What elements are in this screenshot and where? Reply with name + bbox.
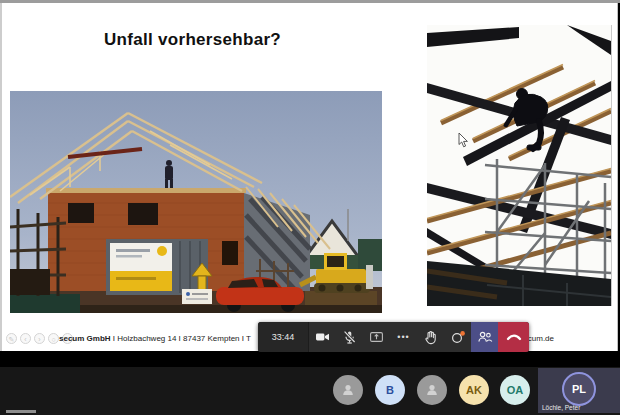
camera-button[interactable] — [309, 322, 336, 352]
footer-company: secum GmbH — [59, 334, 111, 343]
hang-up-button[interactable] — [498, 322, 529, 352]
participants-button[interactable] — [471, 322, 498, 352]
shared-slide: Unfall vorhersehbar? — [0, 3, 618, 351]
active-speaker-tile[interactable]: PL Löchle, Peter — [538, 368, 620, 413]
active-speaker-avatar: PL — [562, 372, 596, 406]
bottom-left-sliver — [6, 410, 36, 413]
participants-strip: B AK OA PL Löchle, Peter — [0, 367, 620, 415]
notification-badge — [460, 331, 465, 336]
footer-address: I Holzbachweg 14 I 87437 Kempten I T — [111, 334, 251, 343]
raise-hand-icon — [423, 330, 438, 345]
participant-avatar-generic-1[interactable] — [333, 375, 363, 405]
participant-avatar-oa[interactable]: OA — [500, 375, 530, 405]
microphone-muted-button[interactable] — [336, 322, 363, 352]
share-screen-icon — [369, 330, 384, 344]
share-screen-button[interactable] — [363, 322, 390, 352]
participant-avatar-generic-2[interactable] — [417, 375, 447, 405]
reactions-button[interactable] — [444, 322, 471, 352]
mouse-cursor — [458, 133, 469, 152]
slide-title: Unfall vorhersehbar? — [104, 30, 281, 50]
participants-icon — [477, 330, 493, 344]
previous-slide-icon[interactable]: ‹ — [20, 333, 31, 344]
person-icon — [424, 382, 440, 398]
mic-muted-icon — [342, 330, 357, 345]
person-icon — [340, 382, 356, 398]
steel-beams-photo — [427, 25, 612, 306]
call-timer: 33:44 — [258, 322, 309, 352]
more-options-button[interactable]: ••• — [390, 322, 417, 352]
reactions-icon — [450, 330, 466, 345]
raise-hand-button[interactable] — [417, 322, 444, 352]
video-camera-icon — [315, 330, 330, 344]
pen-tool-icon[interactable]: ✎ — [6, 333, 17, 344]
house-construction-photo — [10, 91, 382, 313]
call-controls-toolbar: 33:44 ••• — [258, 322, 529, 352]
more-options-icon: ••• — [397, 332, 409, 342]
slide-footer: secum GmbH I Holzbachweg 14 I 87437 Kemp… — [59, 334, 251, 343]
hang-up-icon — [506, 332, 522, 342]
participant-avatar-ak[interactable]: AK — [459, 375, 489, 405]
meeting-window: { "slide": { "title": "Unfall vorhersehb… — [0, 0, 620, 415]
next-slide-icon[interactable]: › — [34, 333, 45, 344]
active-speaker-name: Löchle, Peter — [542, 404, 580, 411]
participant-avatar-b[interactable]: B — [375, 375, 405, 405]
zoom-tool-icon[interactable]: ○ — [48, 333, 59, 344]
